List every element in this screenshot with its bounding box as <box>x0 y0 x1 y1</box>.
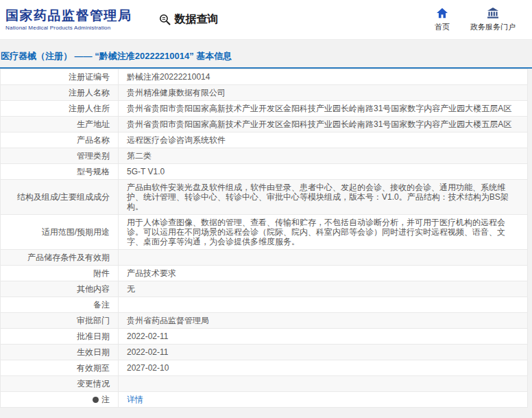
row-value: 远程医疗会诊咨询系统软件 <box>119 132 528 148</box>
table-row: 生效日期2022-02-11 <box>1 345 528 360</box>
row-label: 适用范围/预期用途 <box>1 215 119 250</box>
table-row: 审批部门贵州省药品监督管理局 <box>1 313 528 329</box>
table-row: 注册证编号黔械注准20222210014 <box>1 69 528 85</box>
table-row: 型号规格5G-T V1.0 <box>1 164 528 180</box>
table-row: 产品名称远程医疗会诊咨询系统软件 <box>1 132 528 148</box>
row-value: 详情 <box>119 392 528 408</box>
table-row: 备注 <box>1 297 528 313</box>
row-label: 注册人住所 <box>1 101 119 117</box>
row-value: 2022-02-11 <box>119 345 528 360</box>
row-value: 2022-02-11 <box>119 329 528 345</box>
page-title: 医疗器械（注册） —— “黔械注准20222210014” 基本信息 <box>0 50 532 62</box>
row-label: 有效期至 <box>1 360 119 376</box>
table-row: 附件产品技术要求 <box>1 266 528 281</box>
row-value: 贵州省药品监督管理局 <box>119 313 528 329</box>
row-value: 贵州省贵阳市贵阳国家高新技术产业开发区金阳科技产业园长岭南路31号国家数字内容产… <box>119 101 528 117</box>
detail-link[interactable]: 详情 <box>127 395 143 404</box>
row-label: 产品储存条件及有效期 <box>1 250 119 266</box>
table-row: 变更情况 <box>1 376 528 392</box>
row-label: 型号规格 <box>1 164 119 180</box>
row-value: 用于人体诊查图像、数据的管理、查看、传输和贮存，不包括自动诊断分析，并可用于医疗… <box>119 215 528 250</box>
row-label: 备注 <box>1 297 119 313</box>
row-label: 结构及组成/主要组成成分 <box>1 180 119 215</box>
row-label: 其他内容 <box>1 281 119 297</box>
table-row: 注册人住所贵州省贵阳市贵阳国家高新技术产业开发区金阳科技产业园长岭南路31号国家… <box>1 101 528 117</box>
row-value: 无 <box>119 281 528 297</box>
content-area: 注册证编号黔械注准20222210014注册人名称贵州精准健康数据有限公司注册人… <box>0 69 528 408</box>
row-value: 产品由软件安装光盘及软件组成，软件由登录、患者中心、发起的会诊、接收的会诊、通用… <box>119 180 528 215</box>
row-value <box>119 297 528 313</box>
table-row: 管理类别第二类 <box>1 148 528 164</box>
portal-icon <box>487 8 499 20</box>
nmpa-logo: 国家药品监督管理局 National Medical Products Admi… <box>5 8 132 31</box>
row-label: 产品名称 <box>1 132 119 148</box>
row-label: 附件 <box>1 266 119 281</box>
home-icon <box>436 8 448 20</box>
table-row: 注详情 <box>1 392 528 408</box>
row-label: 注册证编号 <box>1 69 119 85</box>
table-row: 结构及组成/主要组成成分产品由软件安装光盘及软件组成，软件由登录、患者中心、发起… <box>1 180 528 215</box>
nav-home-label: 首页 <box>435 22 450 32</box>
row-label: 注册人名称 <box>1 85 119 101</box>
table-row: 产品储存条件及有效期 <box>1 250 528 266</box>
nav-home[interactable]: 首页 <box>435 8 450 32</box>
table-row: 注册人名称贵州精准健康数据有限公司 <box>1 85 528 101</box>
org-name-en: National Medical Products Administration <box>5 25 132 31</box>
site-header: 国家药品监督管理局 National Medical Products Admi… <box>0 0 532 40</box>
table-row: 生产地址贵州省贵阳市贵阳国家高新技术产业开发区金阳科技产业园长岭南路31号国家数… <box>1 117 528 132</box>
org-name-cn: 国家药品监督管理局 <box>5 8 132 23</box>
info-table: 注册证编号黔械注准20222210014注册人名称贵州精准健康数据有限公司注册人… <box>0 69 528 408</box>
row-label: 管理类别 <box>1 148 119 164</box>
row-value: 黔械注准20222210014 <box>119 69 528 85</box>
row-label: 生产地址 <box>1 117 119 132</box>
table-row: 有效期至2027-02-10 <box>1 360 528 376</box>
row-label: 变更情况 <box>1 376 119 392</box>
data-query-title: 数据查询 <box>158 12 219 27</box>
header-nav: 首页 政务服务门户 <box>435 8 516 32</box>
row-value: 产品技术要求 <box>119 266 528 281</box>
row-label: 审批部门 <box>1 313 119 329</box>
row-value: 2027-02-10 <box>119 360 528 376</box>
row-label: 注 <box>1 392 119 408</box>
data-query-label: 数据查询 <box>175 12 219 27</box>
row-value <box>119 376 528 392</box>
row-value: 贵州精准健康数据有限公司 <box>119 85 528 101</box>
page-title-bar: 医疗器械（注册） —— “黔械注准20222210014” 基本信息 <box>0 40 532 69</box>
table-row: 批准日期2022-02-11 <box>1 329 528 345</box>
row-value: 5G-T V1.0 <box>119 164 528 180</box>
info-table-body: 注册证编号黔械注准20222210014注册人名称贵州精准健康数据有限公司注册人… <box>1 69 528 408</box>
nav-portal-label: 政务服务门户 <box>470 22 516 32</box>
search-icon <box>158 13 171 26</box>
row-value: 贵州省贵阳市贵阳国家高新技术产业开发区金阳科技产业园长岭南路31号国家数字内容产… <box>119 117 528 132</box>
nav-portal[interactable]: 政务服务门户 <box>470 8 516 32</box>
row-value <box>119 250 528 266</box>
row-value: 第二类 <box>119 148 528 164</box>
table-row: 适用范围/预期用途用于人体诊查图像、数据的管理、查看、传输和贮存，不包括自动诊断… <box>1 215 528 250</box>
row-label: 生效日期 <box>1 345 119 360</box>
note-icon <box>93 397 99 403</box>
table-row: 其他内容无 <box>1 281 528 297</box>
row-label: 批准日期 <box>1 329 119 345</box>
